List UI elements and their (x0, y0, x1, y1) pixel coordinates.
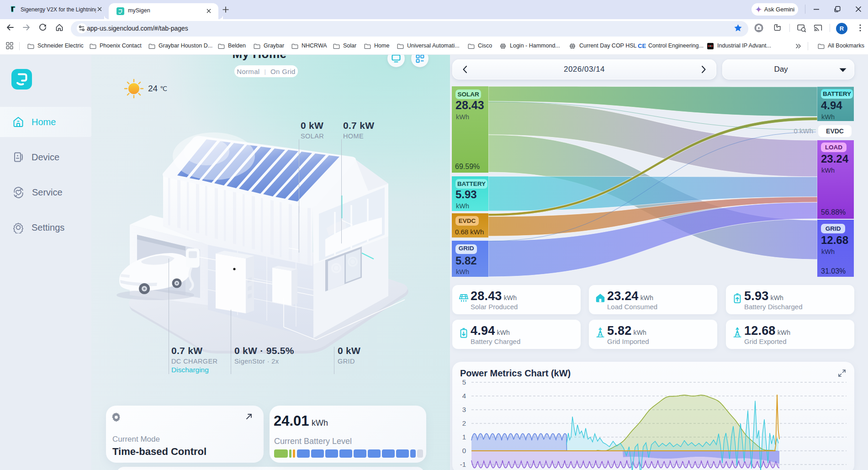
svg-text:12.68: 12.68 (821, 234, 848, 246)
svg-text:EVDC: EVDC (459, 217, 476, 224)
svg-text:31.03%: 31.03% (821, 267, 846, 275)
svg-text:SOLAR: SOLAR (457, 91, 479, 98)
svg-text:56.88%: 56.88% (821, 208, 846, 216)
svg-text:5.82: 5.82 (455, 254, 477, 267)
svg-text:5.93: 5.93 (455, 188, 477, 201)
svg-text:5: 5 (462, 378, 466, 386)
svg-text:28.43: 28.43 (455, 99, 484, 111)
svg-text:0: 0 (462, 447, 466, 454)
svg-text:69.59%: 69.59% (455, 163, 480, 170)
svg-text:3: 3 (462, 406, 466, 413)
svg-text:kWh: kWh (456, 268, 469, 275)
svg-text:4: 4 (462, 392, 466, 400)
svg-text:BATTERY: BATTERY (457, 180, 486, 187)
svg-text:GRID: GRID (459, 245, 474, 252)
svg-text:kWh: kWh (821, 248, 835, 255)
svg-text:23.24: 23.24 (821, 153, 849, 165)
svg-text:0 kWh: 0 kWh (794, 127, 813, 135)
svg-text:GRID: GRID (826, 225, 841, 232)
svg-text:EVDC: EVDC (826, 127, 844, 135)
svg-text:LOAD: LOAD (825, 144, 842, 151)
svg-text:kWh: kWh (456, 113, 469, 121)
svg-text:kWh: kWh (456, 202, 469, 210)
svg-text:kWh: kWh (821, 167, 835, 174)
svg-text:1: 1 (462, 433, 466, 441)
svg-text:2: 2 (462, 419, 466, 427)
svg-text:0.68 kWh: 0.68 kWh (455, 228, 484, 236)
svg-text:4.94: 4.94 (821, 99, 842, 111)
svg-text:-1: -1 (460, 460, 466, 468)
svg-text:BATTERY: BATTERY (823, 90, 851, 97)
svg-text:kWh: kWh (821, 113, 835, 121)
